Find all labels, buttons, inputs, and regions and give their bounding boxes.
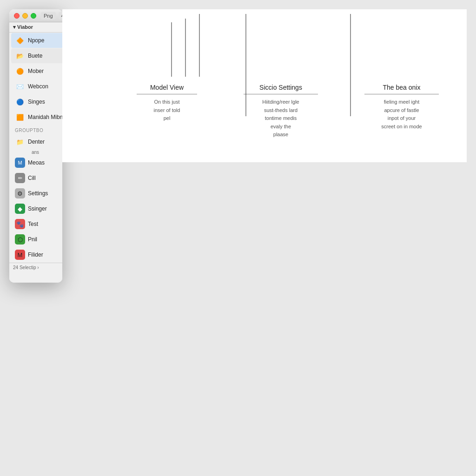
cill-icon: ✏ bbox=[15, 173, 25, 183]
sidebar-item-mober[interactable]: 🟠 Mober bbox=[11, 64, 62, 79]
sidebar-item-pnil[interactable]: ⬡ Pnil bbox=[11, 232, 62, 247]
sidebar-item-test[interactable]: 🐾 Test bbox=[11, 217, 62, 231]
sidebar-label-manidah: Manidah Mibnporty bbox=[28, 114, 62, 120]
annotation-area: Model View On this just inser of told pe… bbox=[62, 9, 467, 162]
close-button[interactable] bbox=[14, 13, 20, 19]
sidebar-item-webcon[interactable]: ✉️ Webcon bbox=[11, 79, 62, 94]
settings-icon: ⚙ bbox=[15, 188, 25, 198]
sidebar-header: ▾ Viabor ⌃ bbox=[9, 22, 62, 33]
filider-icon: M bbox=[15, 250, 25, 260]
tool-png[interactable]: Png bbox=[41, 12, 56, 20]
manidah-icon: 🟧 bbox=[15, 112, 25, 122]
sidebar-label-npope: Npope bbox=[28, 37, 44, 44]
sidebar-label-meoas: Meoas bbox=[28, 159, 45, 166]
siccio-title: Siccio Settings bbox=[244, 84, 318, 94]
npope-icon: 🔶 bbox=[15, 35, 25, 46]
sidebar-label-test: Test bbox=[28, 221, 38, 227]
sidebar-label-webcon: Webcon bbox=[28, 83, 48, 90]
sidebar-group-label: Grouptbo bbox=[9, 125, 62, 134]
main-window: Png 44 ● b▾ FrontInmost □ □ O/A▾ □ | Nde… bbox=[9, 9, 62, 283]
meoas-icon: M bbox=[15, 158, 25, 168]
test-icon: 🐾 bbox=[15, 219, 25, 229]
sidebar-item-settings[interactable]: ⚙ Settings bbox=[11, 186, 62, 201]
buete-icon: 📂 bbox=[15, 51, 25, 61]
sidebar-item-buete[interactable]: 📂 Buete bbox=[11, 48, 62, 63]
main-layout: ▾ Viabor ⌃ 🔶 Npope 📂 Buete 🟠 Mober ✉️ We… bbox=[9, 22, 62, 283]
sidebar-item-singes[interactable]: 🔵 Singes bbox=[11, 94, 62, 109]
sidebar-label-ssinger: Ssinger bbox=[28, 205, 47, 212]
pnil-icon: ⬡ bbox=[15, 234, 25, 245]
bea-onix-title: The bea onix bbox=[364, 84, 439, 94]
denter-icon: 📁 bbox=[15, 137, 25, 147]
traffic-lights bbox=[14, 13, 36, 19]
sidebar-item-filider[interactable]: M Filider bbox=[11, 247, 62, 262]
titlebar: Png 44 ● b▾ FrontInmost □ □ O/A▾ □ | Nde… bbox=[9, 9, 62, 22]
sidebar-label-buete: Buete bbox=[28, 53, 42, 59]
sidebar-item-manidah[interactable]: 🟧 Manidah Mibnporty bbox=[11, 110, 62, 125]
model-view-desc: On this just inser of told pel bbox=[137, 98, 197, 123]
webcon-icon: ✉️ bbox=[15, 81, 25, 92]
sidebar-label-settings: Settings bbox=[28, 190, 48, 197]
sidebar: ▾ Viabor ⌃ 🔶 Npope 📂 Buete 🟠 Mober ✉️ We… bbox=[9, 22, 62, 283]
sidebar-label-pnil: Pnil bbox=[28, 236, 37, 243]
sidebar-label-filider: Filider bbox=[28, 251, 43, 258]
sidebar-item-cill[interactable]: ✏ Cill bbox=[11, 171, 62, 185]
sidebar-label-cill: Cill bbox=[28, 175, 36, 181]
sidebar-item-denter[interactable]: 📁 Denter › bbox=[11, 134, 62, 149]
siccio-desc: Hiitding/reer lgle sust-theds lard tonti… bbox=[244, 98, 318, 139]
bea-onix-desc: fieling meel ight apcure of fastle inpot… bbox=[364, 98, 439, 131]
annotations-container: Model View On this just inser of told pe… bbox=[62, 9, 467, 148]
annotation-bea-onix: The bea onix fieling meel ight apcure of… bbox=[364, 84, 439, 139]
titlebar-tools: Png 44 ● b▾ FrontInmost □ □ O/A▾ □ | Nde… bbox=[41, 9, 62, 22]
sidebar-label-denter: Denter bbox=[28, 139, 45, 145]
tool-44[interactable]: 44 bbox=[59, 12, 62, 20]
ssinger-icon: ◆ bbox=[15, 204, 25, 214]
sidebar-label-singes: Singes bbox=[28, 99, 45, 105]
sidebar-footer[interactable]: 24 Selectip › bbox=[9, 263, 62, 272]
sidebar-item-ssinger[interactable]: ◆ Ssinger bbox=[11, 201, 62, 216]
annotation-siccio: Siccio Settings Hiitding/reer lgle sust-… bbox=[244, 84, 318, 139]
sidebar-title: ▾ Viabor bbox=[13, 24, 33, 30]
annotation-model-view: Model View On this just inser of told pe… bbox=[137, 84, 197, 139]
sidebar-item-meoas[interactable]: M Meoas bbox=[11, 155, 62, 170]
singes-icon: 🔵 bbox=[15, 97, 25, 107]
sidebar-ans: ans bbox=[15, 150, 62, 155]
sidebar-item-npope[interactable]: 🔶 Npope bbox=[11, 33, 62, 48]
minimize-button[interactable] bbox=[22, 13, 28, 19]
model-view-title: Model View bbox=[137, 84, 197, 94]
maximize-button[interactable] bbox=[31, 13, 36, 19]
mober-icon: 🟠 bbox=[15, 66, 25, 76]
sidebar-label-mober: Mober bbox=[28, 68, 44, 74]
